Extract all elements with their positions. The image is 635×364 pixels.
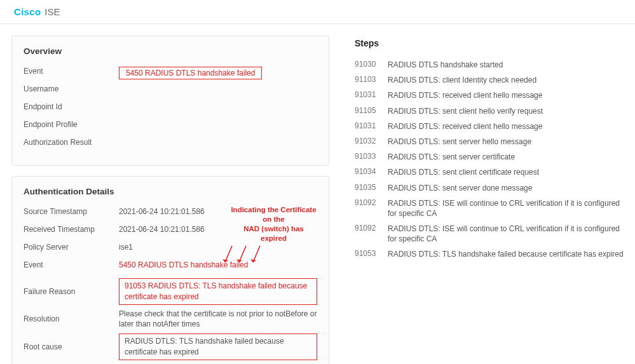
overview-username-label: Username [24,84,119,93]
step-row: 91033RADIUS DTLS: sent server certificat… [355,149,624,165]
overview-username-row: Username [24,83,317,100]
step-row: 91105RADIUS DTLS: sent client hello veri… [355,104,624,119]
step-code: 91092 [355,198,383,207]
overview-event-value-wrap: 5450 RADIUS DTLS handshake failed [119,67,317,79]
step-row: 91053RADIUS DTLS: TLS handshake failed b… [355,246,624,262]
overview-authz-row: Authorization Result [24,136,317,154]
step-row: 91092RADIUS DTLS: ISE will continue to C… [355,221,624,246]
step-description: RADIUS DTLS: ISE will continue to CRL ve… [388,198,624,219]
step-row: 91034RADIUS DTLS: sent client certificat… [355,165,624,180]
top-header: Cisco ISE [0,0,635,24]
steps-list: 91030RADIUS DTLS handshake started91103R… [355,57,624,262]
arrow-icon [236,245,248,266]
overview-endpointprofile-label: Endpoint Profile [24,120,119,129]
overview-event-value: 5450 RADIUS DTLS handshake failed [119,67,262,79]
annotation-line1: Indicating the Certificate on the [230,205,317,224]
step-description: RADIUS DTLS: TLS handshake failed becaus… [388,249,624,259]
content-area: Overview Event 5450 RADIUS DTLS handshak… [0,24,635,364]
right-column: Steps 91030RADIUS DTLS handshake started… [355,36,624,364]
auth-failure-reason-value-wrap: 91053 RADIUS DTLS: TLS handshake failed … [119,278,317,305]
overview-event-row: Event 5450 RADIUS DTLS handshake failed [24,65,317,83]
annotation-callout: Indicating the Certificate on the NAD (s… [230,205,317,266]
auth-root-cause-row: Root cause RADIUS DTLS: TLS handshake fa… [24,332,317,362]
auth-failure-reason-value: 91053 RADIUS DTLS: TLS handshake failed … [119,278,317,305]
auth-root-cause-label: Root cause [24,342,119,351]
auth-root-cause-value-wrap: RADIUS DTLS: TLS handshake failed becaus… [119,334,317,360]
overview-endpointid-label: Endpoint Id [24,102,119,111]
step-row: 91035RADIUS DTLS: sent server done messa… [355,180,624,196]
overview-endpointid-row: Endpoint Id [24,100,317,118]
brand-cisco: Cisco [14,6,41,17]
arrow-icon [222,245,234,266]
step-description: RADIUS DTLS: client Identity check neede… [388,75,624,85]
svg-line-4 [253,246,260,262]
step-row: 91092RADIUS DTLS: ISE will continue to C… [355,196,624,221]
auth-details-panel: Authentication Details Indicating the Ce… [11,176,329,364]
step-code: 91092 [355,224,383,233]
overview-endpointprofile-row: Endpoint Profile [24,118,317,136]
step-description: RADIUS DTLS: ISE will continue to CRL ve… [388,224,624,244]
left-column: Overview Event 5450 RADIUS DTLS handshak… [11,36,329,364]
auth-failure-reason-label: Failure Reason [24,287,119,296]
step-row: 91031RADIUS DTLS: received client hello … [355,119,624,134]
step-code: 91035 [355,183,383,192]
step-description: RADIUS DTLS: sent client hello verify re… [388,106,624,116]
step-description: RADIUS DTLS: sent server certificate [388,152,624,162]
step-row: 91103RADIUS DTLS: client Identity check … [355,72,624,88]
overview-authz-label: Authorization Result [24,138,119,147]
step-row: 91032RADIUS DTLS: sent server hello mess… [355,134,624,149]
overview-event-label: Event [24,67,119,76]
step-row: 91031RADIUS DTLS: received client hello … [355,88,624,103]
auth-resolution-row: Resolution Please check that the certifi… [24,307,317,332]
step-code: 91034 [355,167,383,176]
overview-panel: Overview Event 5450 RADIUS DTLS handshak… [11,36,329,166]
step-description: RADIUS DTLS: sent server done message [388,183,624,193]
svg-line-2 [239,246,246,262]
auth-received-ts-label: Received Timestamp [24,225,119,234]
svg-line-0 [225,246,232,262]
arrow-icon [250,245,262,266]
steps-title: Steps [355,38,624,48]
step-description: RADIUS DTLS handshake started [388,60,624,70]
auth-source-ts-label: Source Timestamp [24,207,119,216]
step-description: RADIUS DTLS: received client hello messa… [388,90,624,100]
annotation-line2: NAD (switch) has expired [230,224,317,243]
step-code: 91030 [355,60,383,69]
step-code: 91105 [355,106,383,115]
auth-policy-server-label: Policy Server [24,243,119,252]
step-code: 91103 [355,75,383,84]
auth-root-cause-value: RADIUS DTLS: TLS handshake failed becaus… [119,334,317,360]
auth-resolution-label: Resolution [24,314,119,323]
auth-event-label: Event [24,260,119,269]
auth-resolution-value: Please check that the certificate is not… [119,309,317,330]
svg-marker-3 [236,259,242,262]
step-code: 91031 [355,121,383,130]
step-row: 91030RADIUS DTLS handshake started [355,57,624,72]
auth-failure-reason-row: Failure Reason 91053 RADIUS DTLS: TLS ha… [24,276,317,307]
step-code: 91031 [355,90,383,99]
step-code: 91032 [355,137,383,145]
annotation-arrows [222,245,262,266]
svg-marker-1 [222,259,228,262]
step-description: RADIUS DTLS: sent server hello message [388,137,624,147]
auth-details-title: Authentication Details [24,187,317,196]
svg-marker-5 [250,259,256,262]
step-code: 91033 [355,152,383,161]
step-description: RADIUS DTLS: received client hello messa… [388,121,624,131]
brand-ise: ISE [44,6,60,17]
step-code: 91053 [355,249,383,258]
overview-title: Overview [24,46,317,56]
auth-body: Indicating the Certificate on the NAD (s… [24,205,317,362]
step-description: RADIUS DTLS: sent client certificate req… [388,167,624,177]
